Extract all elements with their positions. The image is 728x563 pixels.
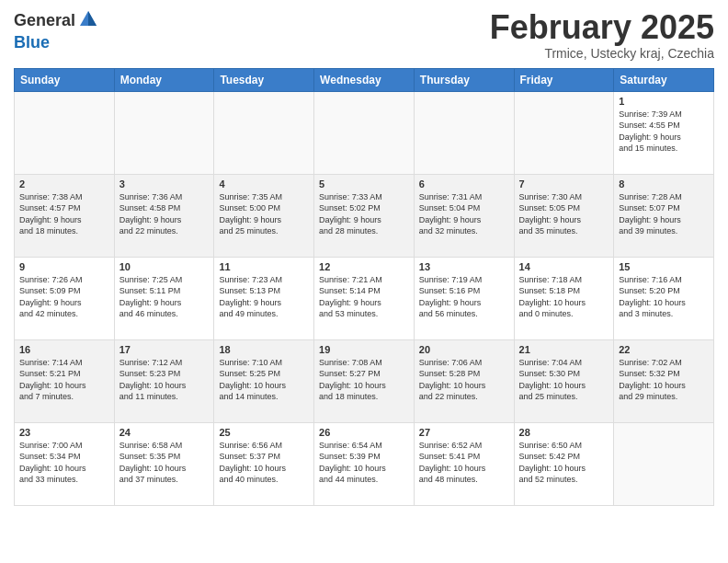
day-info: Sunrise: 7:02 AM Sunset: 5:32 PM Dayligh… [619,357,709,403]
day-info: Sunrise: 7:12 AM Sunset: 5:23 PM Dayligh… [119,357,210,403]
day-number: 2 [19,178,109,190]
calendar-week-row: 2Sunrise: 7:38 AM Sunset: 4:57 PM Daylig… [15,174,714,257]
weekday-header-sunday: Sunday [15,68,115,91]
svg-marker-1 [88,11,97,26]
weekday-header-monday: Monday [114,68,214,91]
weekday-header-tuesday: Tuesday [214,68,314,91]
day-info: Sunrise: 7:18 AM Sunset: 5:18 PM Dayligh… [519,274,609,320]
day-number: 3 [119,178,210,190]
day-number: 4 [219,178,309,190]
calendar-day-cell: 10Sunrise: 7:25 AM Sunset: 5:11 PM Dayli… [114,257,214,339]
day-info: Sunrise: 6:58 AM Sunset: 5:35 PM Dayligh… [119,440,210,486]
calendar-day-cell: 22Sunrise: 7:02 AM Sunset: 5:32 PM Dayli… [614,339,714,422]
calendar-day-cell: 19Sunrise: 7:08 AM Sunset: 5:27 PM Dayli… [314,339,415,422]
weekday-header-thursday: Thursday [414,68,514,91]
calendar-day-cell: 26Sunrise: 6:54 AM Sunset: 5:39 PM Dayli… [314,422,415,505]
weekday-header-saturday: Saturday [614,68,714,91]
calendar-day-cell: 8Sunrise: 7:28 AM Sunset: 5:07 PM Daylig… [614,174,714,257]
day-info: Sunrise: 6:52 AM Sunset: 5:41 PM Dayligh… [419,440,509,486]
weekday-header-row: SundayMondayTuesdayWednesdayThursdayFrid… [15,68,714,91]
day-info: Sunrise: 7:31 AM Sunset: 5:04 PM Dayligh… [419,191,509,237]
day-number: 24 [119,427,210,438]
day-number: 12 [319,261,409,272]
day-number: 11 [219,261,309,272]
day-number: 13 [419,261,509,272]
day-info: Sunrise: 7:33 AM Sunset: 5:02 PM Dayligh… [319,191,409,237]
day-info: Sunrise: 7:16 AM Sunset: 5:20 PM Dayligh… [619,274,709,320]
day-number: 28 [519,427,609,438]
day-info: Sunrise: 7:35 AM Sunset: 5:00 PM Dayligh… [219,191,309,237]
day-info: Sunrise: 7:30 AM Sunset: 5:05 PM Dayligh… [519,191,609,237]
calendar-day-cell: 2Sunrise: 7:38 AM Sunset: 4:57 PM Daylig… [15,174,115,257]
calendar-day-cell: 6Sunrise: 7:31 AM Sunset: 5:04 PM Daylig… [414,174,514,257]
day-info: Sunrise: 6:54 AM Sunset: 5:39 PM Dayligh… [319,440,409,486]
day-info: Sunrise: 7:04 AM Sunset: 5:30 PM Dayligh… [519,357,609,403]
weekday-header-friday: Friday [514,68,614,91]
month-title: February 2025 [490,9,714,46]
calendar-day-cell [414,91,514,174]
calendar-day-cell: 20Sunrise: 7:06 AM Sunset: 5:28 PM Dayli… [414,339,514,422]
day-info: Sunrise: 7:28 AM Sunset: 5:07 PM Dayligh… [619,191,709,237]
calendar-day-cell [614,422,714,505]
day-info: Sunrise: 7:06 AM Sunset: 5:28 PM Dayligh… [419,357,509,403]
day-number: 1 [619,96,709,107]
logo-blue-text: Blue [14,33,50,52]
location-text: Trmice, Ustecky kraj, Czechia [490,46,714,61]
calendar-day-cell: 3Sunrise: 7:36 AM Sunset: 4:58 PM Daylig… [114,174,214,257]
calendar-day-cell: 14Sunrise: 7:18 AM Sunset: 5:18 PM Dayli… [514,257,614,339]
day-info: Sunrise: 7:00 AM Sunset: 5:34 PM Dayligh… [19,440,109,486]
page-header: General Blue February 2025 Trmice, Ustec… [14,9,714,61]
calendar-day-cell: 23Sunrise: 7:00 AM Sunset: 5:34 PM Dayli… [15,422,115,505]
day-number: 26 [319,427,409,438]
calendar-day-cell: 18Sunrise: 7:10 AM Sunset: 5:25 PM Dayli… [214,339,314,422]
day-info: Sunrise: 7:19 AM Sunset: 5:16 PM Dayligh… [419,274,509,320]
day-number: 8 [619,178,709,190]
day-info: Sunrise: 7:10 AM Sunset: 5:25 PM Dayligh… [219,357,309,403]
day-number: 22 [619,344,709,355]
day-info: Sunrise: 7:25 AM Sunset: 5:11 PM Dayligh… [119,274,210,320]
logo: General Blue [14,9,99,52]
day-info: Sunrise: 7:36 AM Sunset: 4:58 PM Dayligh… [119,191,210,237]
day-info: Sunrise: 6:50 AM Sunset: 5:42 PM Dayligh… [519,440,609,486]
calendar-day-cell: 11Sunrise: 7:23 AM Sunset: 5:13 PM Dayli… [214,257,314,339]
day-number: 10 [119,261,210,272]
day-info: Sunrise: 7:39 AM Sunset: 4:55 PM Dayligh… [619,109,709,155]
calendar-week-row: 1Sunrise: 7:39 AM Sunset: 4:55 PM Daylig… [15,91,714,174]
day-number: 19 [319,344,409,355]
calendar-day-cell: 13Sunrise: 7:19 AM Sunset: 5:16 PM Dayli… [414,257,514,339]
calendar-day-cell: 24Sunrise: 6:58 AM Sunset: 5:35 PM Dayli… [114,422,214,505]
calendar-table: SundayMondayTuesdayWednesdayThursdayFrid… [14,68,714,506]
day-number: 7 [519,178,609,190]
calendar-day-cell [214,91,314,174]
day-number: 20 [419,344,509,355]
day-number: 18 [219,344,309,355]
logo-icon [78,9,98,29]
day-number: 14 [519,261,609,272]
calendar-day-cell: 7Sunrise: 7:30 AM Sunset: 5:05 PM Daylig… [514,174,614,257]
day-info: Sunrise: 7:23 AM Sunset: 5:13 PM Dayligh… [219,274,309,320]
calendar-day-cell: 16Sunrise: 7:14 AM Sunset: 5:21 PM Dayli… [15,339,115,422]
calendar-day-cell: 5Sunrise: 7:33 AM Sunset: 5:02 PM Daylig… [314,174,415,257]
day-number: 23 [19,427,109,438]
weekday-header-wednesday: Wednesday [314,68,415,91]
calendar-day-cell: 21Sunrise: 7:04 AM Sunset: 5:30 PM Dayli… [514,339,614,422]
calendar-day-cell: 4Sunrise: 7:35 AM Sunset: 5:00 PM Daylig… [214,174,314,257]
calendar-day-cell [314,91,415,174]
day-number: 17 [119,344,210,355]
calendar-week-row: 23Sunrise: 7:00 AM Sunset: 5:34 PM Dayli… [15,422,714,505]
calendar-week-row: 9Sunrise: 7:26 AM Sunset: 5:09 PM Daylig… [15,257,714,339]
day-number: 16 [19,344,109,355]
calendar-week-row: 16Sunrise: 7:14 AM Sunset: 5:21 PM Dayli… [15,339,714,422]
calendar-day-cell: 25Sunrise: 6:56 AM Sunset: 5:37 PM Dayli… [214,422,314,505]
calendar-day-cell [114,91,214,174]
logo-general-text: General [14,11,75,29]
calendar-day-cell: 9Sunrise: 7:26 AM Sunset: 5:09 PM Daylig… [15,257,115,339]
day-info: Sunrise: 7:14 AM Sunset: 5:21 PM Dayligh… [19,357,109,403]
calendar-day-cell [514,91,614,174]
calendar-day-cell: 27Sunrise: 6:52 AM Sunset: 5:41 PM Dayli… [414,422,514,505]
day-info: Sunrise: 7:26 AM Sunset: 5:09 PM Dayligh… [19,274,109,320]
calendar-day-cell [15,91,115,174]
calendar-day-cell: 12Sunrise: 7:21 AM Sunset: 5:14 PM Dayli… [314,257,415,339]
day-number: 6 [419,178,509,190]
calendar-day-cell: 1Sunrise: 7:39 AM Sunset: 4:55 PM Daylig… [614,91,714,174]
